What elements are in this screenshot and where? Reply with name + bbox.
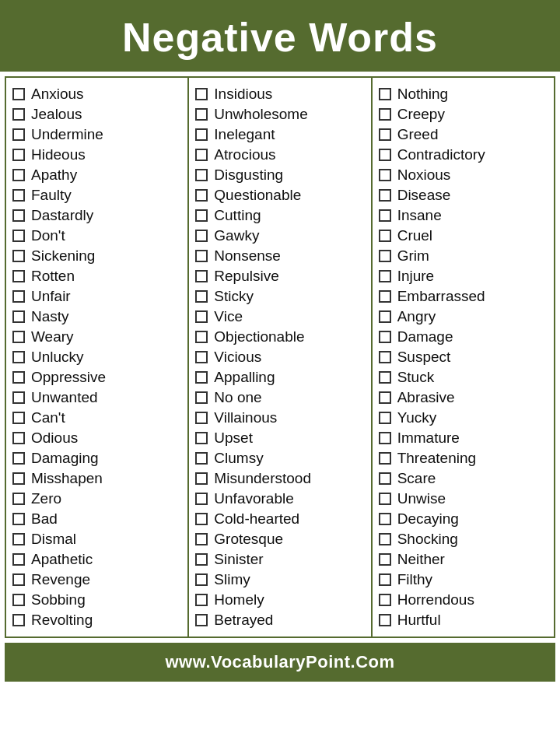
checkbox-icon[interactable] — [379, 573, 391, 586]
checkbox-icon[interactable] — [195, 533, 208, 545]
list-item[interactable]: Can't — [12, 408, 184, 428]
checkbox-icon[interactable] — [12, 412, 25, 424]
list-item[interactable]: Grim — [379, 246, 551, 266]
checkbox-icon[interactable] — [379, 250, 391, 262]
checkbox-icon[interactable] — [195, 351, 208, 363]
checkbox-icon[interactable] — [12, 351, 25, 363]
checkbox-icon[interactable] — [379, 553, 391, 566]
list-item[interactable]: Slimy — [195, 570, 367, 590]
checkbox-icon[interactable] — [195, 452, 208, 465]
list-item[interactable]: Cutting — [195, 205, 367, 226]
checkbox-icon[interactable] — [379, 412, 391, 424]
checkbox-icon[interactable] — [195, 594, 208, 606]
checkbox-icon[interactable] — [195, 270, 208, 282]
checkbox-icon[interactable] — [379, 472, 391, 485]
checkbox-icon[interactable] — [12, 533, 25, 545]
checkbox-icon[interactable] — [12, 493, 25, 505]
list-item[interactable]: Revolting — [12, 610, 184, 630]
list-item[interactable]: Damaging — [12, 448, 184, 468]
checkbox-icon[interactable] — [195, 108, 208, 121]
checkbox-icon[interactable] — [379, 88, 391, 100]
list-item[interactable]: Hideous — [12, 145, 184, 165]
list-item[interactable]: Creepy — [379, 104, 551, 124]
list-item[interactable]: Upset — [195, 428, 367, 448]
list-item[interactable]: Grotesque — [195, 529, 367, 549]
checkbox-icon[interactable] — [195, 371, 208, 384]
list-item[interactable]: Questionable — [195, 185, 367, 205]
checkbox-icon[interactable] — [195, 391, 208, 404]
checkbox-icon[interactable] — [12, 290, 25, 303]
checkbox-icon[interactable] — [379, 351, 391, 363]
list-item[interactable]: Repulsive — [195, 266, 367, 286]
list-item[interactable]: Filthy — [379, 570, 551, 590]
checkbox-icon[interactable] — [379, 331, 391, 343]
checkbox-icon[interactable] — [379, 169, 391, 181]
checkbox-icon[interactable] — [12, 128, 25, 141]
list-item[interactable]: Rotten — [12, 266, 184, 286]
list-item[interactable]: Unfair — [12, 286, 184, 307]
checkbox-icon[interactable] — [379, 149, 391, 161]
checkbox-icon[interactable] — [195, 513, 208, 525]
checkbox-icon[interactable] — [12, 108, 25, 121]
checkbox-icon[interactable] — [12, 573, 25, 586]
checkbox-icon[interactable] — [12, 189, 25, 202]
list-item[interactable]: Unwholesome — [195, 104, 367, 124]
list-item[interactable]: Insane — [379, 205, 551, 226]
list-item[interactable]: Greed — [379, 124, 551, 145]
list-item[interactable]: Revenge — [12, 570, 184, 590]
checkbox-icon[interactable] — [379, 533, 391, 545]
list-item[interactable]: Gawky — [195, 226, 367, 246]
list-item[interactable]: Dismal — [12, 529, 184, 549]
list-item[interactable]: Bad — [12, 509, 184, 529]
list-item[interactable]: Cruel — [379, 226, 551, 246]
checkbox-icon[interactable] — [195, 128, 208, 141]
list-item[interactable]: Unwise — [379, 489, 551, 509]
checkbox-icon[interactable] — [12, 513, 25, 525]
checkbox-icon[interactable] — [195, 310, 208, 323]
list-item[interactable]: Sinister — [195, 549, 367, 570]
list-item[interactable]: Faulty — [12, 185, 184, 205]
checkbox-icon[interactable] — [12, 614, 25, 626]
checkbox-icon[interactable] — [195, 553, 208, 566]
checkbox-icon[interactable] — [195, 432, 208, 444]
checkbox-icon[interactable] — [195, 331, 208, 343]
list-item[interactable]: Homely — [195, 590, 367, 610]
checkbox-icon[interactable] — [379, 209, 391, 222]
checkbox-icon[interactable] — [195, 614, 208, 626]
list-item[interactable]: Weary — [12, 327, 184, 347]
checkbox-icon[interactable] — [12, 149, 25, 161]
list-item[interactable]: Decaying — [379, 509, 551, 529]
list-item[interactable]: Damage — [379, 327, 551, 347]
list-item[interactable]: Suspect — [379, 347, 551, 367]
list-item[interactable]: Sobbing — [12, 590, 184, 610]
list-item[interactable]: Stuck — [379, 367, 551, 388]
checkbox-icon[interactable] — [12, 310, 25, 323]
list-item[interactable]: Atrocious — [195, 145, 367, 165]
checkbox-icon[interactable] — [195, 230, 208, 242]
list-item[interactable]: Villainous — [195, 408, 367, 428]
list-item[interactable]: Embarrassed — [379, 286, 551, 307]
list-item[interactable]: Clumsy — [195, 448, 367, 468]
checkbox-icon[interactable] — [195, 472, 208, 485]
list-item[interactable]: No one — [195, 388, 367, 408]
list-item[interactable]: Odious — [12, 428, 184, 448]
checkbox-icon[interactable] — [195, 169, 208, 181]
checkbox-icon[interactable] — [12, 169, 25, 181]
list-item[interactable]: Appalling — [195, 367, 367, 388]
list-item[interactable]: Sickening — [12, 246, 184, 266]
list-item[interactable]: Contradictory — [379, 145, 551, 165]
list-item[interactable]: Insidious — [195, 84, 367, 104]
list-item[interactable]: Unfavorable — [195, 489, 367, 509]
checkbox-icon[interactable] — [379, 108, 391, 121]
list-item[interactable]: Apathetic — [12, 549, 184, 570]
list-item[interactable]: Nasty — [12, 307, 184, 327]
checkbox-icon[interactable] — [379, 371, 391, 384]
checkbox-icon[interactable] — [195, 209, 208, 222]
checkbox-icon[interactable] — [379, 594, 391, 606]
list-item[interactable]: Neither — [379, 549, 551, 570]
checkbox-icon[interactable] — [195, 189, 208, 202]
list-item[interactable]: Shocking — [379, 529, 551, 549]
checkbox-icon[interactable] — [12, 371, 25, 384]
list-item[interactable]: Cold-hearted — [195, 509, 367, 529]
checkbox-icon[interactable] — [379, 513, 391, 525]
